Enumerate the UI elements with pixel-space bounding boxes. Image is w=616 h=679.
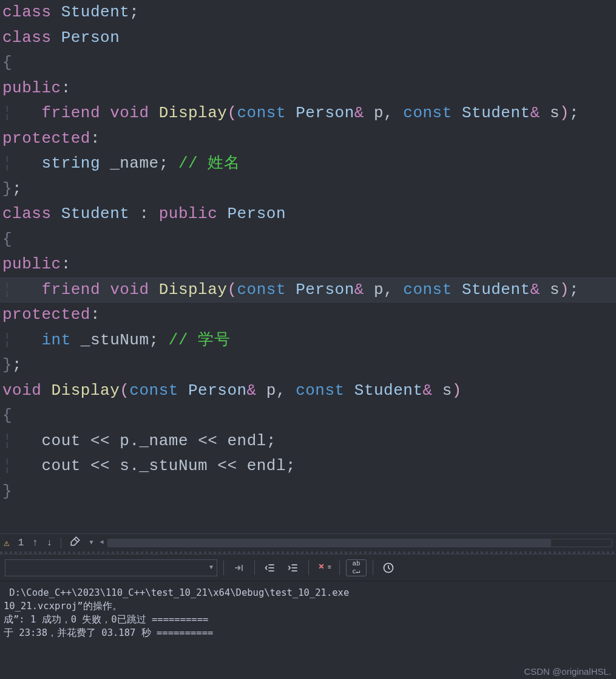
code-line[interactable]: void main() <box>0 530 616 534</box>
code-line[interactable]: public: <box>0 76 616 101</box>
watermark: CSDN @originalHSL. <box>524 666 611 677</box>
toggle-word-wrap-icon[interactable]: abc↵ <box>346 559 367 576</box>
separator <box>254 561 255 575</box>
code-line[interactable]: ¦ friend void Display(const Person& p, c… <box>0 278 616 303</box>
code-line[interactable]: ¦ cout << p._name << endl; <box>0 429 616 454</box>
output-source-dropdown[interactable]: ▼ <box>5 559 217 576</box>
code-line[interactable]: }; <box>0 177 616 202</box>
next-issue-button[interactable]: ↓ <box>47 537 53 548</box>
clear-output-icon[interactable]: ≡ <box>315 559 333 576</box>
separator <box>339 561 340 575</box>
separator <box>308 561 309 575</box>
warning-icon[interactable]: ⚠ <box>4 537 10 549</box>
horizontal-scrollbar[interactable] <box>107 539 612 547</box>
code-line[interactable]: { <box>0 227 616 253</box>
separator <box>61 537 61 548</box>
separator <box>373 561 373 575</box>
code-line[interactable]: } <box>0 479 616 505</box>
prev-issue-button[interactable]: ↑ <box>32 537 38 548</box>
code-line[interactable]: void Display(const Person& p, const Stud… <box>0 378 616 404</box>
editor-status-strip: ⚠ 1 ↑ ↓ ▼ <box>0 533 616 551</box>
output-panel[interactable]: D:\Code_C++\2023\110_C++\test_10_21\x64\… <box>0 581 616 679</box>
separator <box>223 561 224 575</box>
code-line[interactable]: class Student : public Person <box>0 202 616 227</box>
code-line[interactable]: protected: <box>0 126 616 152</box>
history-icon[interactable] <box>379 559 398 576</box>
code-line[interactable] <box>0 504 616 530</box>
warning-count: 1 <box>18 537 24 548</box>
indent-right-icon[interactable] <box>284 559 302 576</box>
code-line[interactable]: ¦ int _stuNum; // 学号 <box>0 328 616 353</box>
code-line[interactable]: class Student; <box>0 0 616 26</box>
cleanup-icon[interactable] <box>70 536 81 550</box>
code-line[interactable]: { <box>0 403 616 429</box>
code-line[interactable]: public: <box>0 252 616 278</box>
code-line[interactable]: ¦ cout << s._stuNum << endl; <box>0 454 616 479</box>
code-editor[interactable]: class Student;class Person{public:¦ frie… <box>0 0 616 533</box>
code-line[interactable]: ¦ string _name; // 姓名 <box>0 151 616 177</box>
chevron-down-icon: ▼ <box>209 564 213 571</box>
step-in-icon[interactable] <box>230 559 248 576</box>
cleanup-caret-icon[interactable]: ▼ <box>89 539 93 546</box>
code-line[interactable]: ¦ friend void Display(const Person& p, c… <box>0 101 616 126</box>
code-line[interactable]: { <box>0 50 616 76</box>
code-line[interactable]: }; <box>0 353 616 378</box>
indent-left-icon[interactable] <box>261 559 279 576</box>
code-line[interactable]: protected: <box>0 302 616 328</box>
output-toolbar: ▼ ≡ abc↵ <box>0 554 616 581</box>
code-line[interactable]: class Person <box>0 26 616 51</box>
